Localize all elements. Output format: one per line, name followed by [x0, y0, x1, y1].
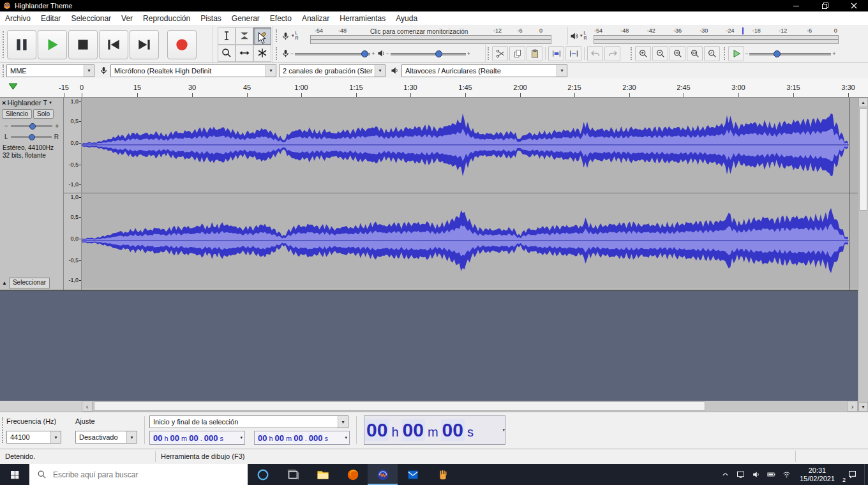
skip-to-end-button[interactable] [130, 30, 159, 59]
select-track-button[interactable]: Seleccionar [9, 278, 50, 288]
playback-meter-scale[interactable]: -54-48-42-36-30-24-18-12-60 [588, 27, 858, 45]
time-shift-tool-button[interactable] [236, 45, 253, 62]
display-tray-icon[interactable] [733, 464, 749, 485]
meter-dropdown-icon[interactable]: ▾ [580, 33, 583, 38]
scroll-left-button[interactable]: ‹ [82, 401, 93, 412]
hscroll-thumb[interactable] [94, 401, 705, 411]
cortana-button[interactable] [248, 464, 278, 485]
slider-thumb[interactable] [361, 50, 368, 57]
battery-tray-icon[interactable] [764, 464, 779, 485]
skip-to-start-button[interactable] [99, 30, 128, 59]
pan-slider-thumb[interactable] [29, 134, 35, 140]
toolbar-grip[interactable] [3, 64, 4, 77]
monitoring-hint[interactable]: Clic para comenzar monitorización [370, 28, 468, 35]
draw-tool-button[interactable] [253, 27, 271, 45]
recording-meter-toolbar[interactable]: ▾ L R Clic para comenzar monitorización … [273, 27, 568, 45]
stop-button[interactable] [68, 30, 98, 59]
horizontal-scrollbar[interactable]: ‹ › [0, 401, 858, 412]
toolbar-grip[interactable] [488, 47, 489, 60]
play-speed-slider[interactable] [749, 48, 831, 59]
playback-meter-toolbar[interactable]: ▾ L R -54-48-42-36-30-24-18-12-60 [568, 27, 858, 45]
cut-button[interactable] [492, 46, 508, 61]
timeline-pin-icon[interactable] [8, 83, 18, 90]
vscroll-thumb[interactable] [859, 108, 867, 211]
audacity-taskbar-icon[interactable] [368, 464, 398, 485]
recording-device-select[interactable]: Micrófono (Realtek High Definit ▾ [110, 64, 276, 77]
chevron-down-icon[interactable]: ▾ [84, 65, 94, 77]
track-workspace[interactable]: × Highlander T ▾ Silencio Solo − + L R [0, 98, 858, 401]
pause-button[interactable] [7, 30, 36, 59]
audio-host-select[interactable]: MME ▾ [6, 64, 94, 77]
menu-efecto[interactable]: Efecto [265, 11, 297, 26]
start-button[interactable] [0, 464, 29, 485]
toolbar-grip[interactable] [276, 47, 277, 60]
trim-audio-button[interactable] [548, 46, 564, 61]
zoom-in-button[interactable] [635, 46, 651, 61]
menu-herramientas[interactable]: Herramientas [334, 11, 391, 26]
show-desktop-button[interactable] [864, 464, 868, 485]
hand-app-icon[interactable] [428, 464, 458, 485]
spinner-icon[interactable]: ▾ [240, 435, 243, 440]
envelope-tool-button[interactable] [236, 27, 253, 45]
paste-button[interactable] [527, 46, 542, 61]
play-button[interactable] [38, 30, 67, 59]
restore-button[interactable] [811, 0, 839, 11]
waveform-channel-right[interactable] [82, 193, 858, 288]
selection-end-field[interactable]: 00h00m00.000s ▾ [254, 431, 350, 445]
toolbar-grip[interactable] [631, 47, 632, 60]
mute-button[interactable]: Silencio [2, 109, 32, 119]
playback-volume-slider[interactable] [391, 48, 466, 59]
selection-start-field[interactable]: 00h00m00.000s ▾ [149, 431, 245, 445]
toolbar-grip[interactable] [3, 31, 4, 58]
chevron-down-icon[interactable]: ▾ [557, 65, 567, 77]
timeline-ruler[interactable]: -1501530451:001:151:301:452:002:152:302:… [0, 78, 868, 98]
audio-position-display[interactable]: 00h00m00s ▾ [364, 415, 505, 445]
firefox-icon[interactable] [338, 464, 368, 485]
hscroll-track[interactable]: ‹ › [82, 401, 858, 412]
chevron-down-icon[interactable]: ▾ [375, 65, 385, 77]
audio-track[interactable]: × Highlander T ▾ Silencio Solo − + L R [0, 98, 858, 291]
record-button[interactable] [167, 30, 197, 59]
recording-channels-select[interactable]: 2 canales de grabación (Ster ▾ [279, 64, 385, 77]
selection-start-value[interactable]: 00h00m00.000s [152, 433, 224, 443]
minimize-button[interactable] [782, 0, 811, 11]
play-at-speed-button[interactable] [728, 46, 744, 61]
recording-meter-scale[interactable]: Clic para comenzar monitorización -54-48… [300, 27, 567, 45]
scroll-down-button[interactable]: ▼ [858, 402, 868, 412]
mail-app-icon[interactable] [398, 464, 428, 485]
playback-device-select[interactable]: Altavoces / Auriculares (Realte ▾ [401, 64, 567, 77]
selection-end-value[interactable]: 00h00m00.000s [257, 433, 329, 443]
menu-generar[interactable]: Generar [227, 11, 265, 26]
track-close-icon[interactable]: × [2, 100, 6, 106]
spinner-icon[interactable]: ▾ [345, 435, 347, 440]
undo-button[interactable] [587, 46, 603, 61]
recording-volume-slider[interactable] [295, 48, 370, 59]
chevron-down-icon[interactable]: ▾ [266, 65, 276, 77]
gain-slider[interactable] [11, 125, 52, 127]
menu-reproduccion[interactable]: Reproducción [138, 11, 195, 26]
toolbar-grip[interactable] [276, 29, 277, 42]
zoom-tool-button[interactable] [218, 45, 236, 62]
task-view-button[interactable] [278, 464, 308, 485]
chevron-down-icon[interactable]: ▾ [338, 416, 348, 428]
scroll-right-button[interactable]: › [847, 401, 858, 412]
collapse-track-icon[interactable]: ▲ [2, 280, 7, 286]
fit-selection-button[interactable] [670, 46, 685, 61]
track-name[interactable]: Highlander T [7, 99, 47, 107]
snap-select[interactable]: Desactivado ▾ [75, 431, 137, 444]
zoom-out-button[interactable] [652, 46, 668, 61]
waveform-channel-left[interactable] [82, 98, 858, 193]
toolbar-grip[interactable] [2, 417, 3, 443]
chevron-down-icon[interactable]: ▾ [126, 431, 137, 443]
selection-tool-button[interactable] [218, 27, 236, 45]
scroll-up-button[interactable]: ▲ [858, 98, 868, 107]
menu-analizar[interactable]: Analizar [297, 11, 334, 26]
taskbar-search-box[interactable] [29, 464, 248, 485]
track-menu-chevron-icon[interactable]: ▾ [49, 100, 52, 105]
notification-center-button[interactable]: 2 [840, 464, 864, 485]
taskbar-clock[interactable]: 20:31 15/02/2021 [795, 466, 840, 483]
multi-tool-button[interactable] [253, 45, 271, 62]
silence-audio-button[interactable] [565, 46, 581, 61]
pan-slider[interactable] [11, 136, 52, 138]
solo-button[interactable]: Solo [33, 109, 54, 119]
